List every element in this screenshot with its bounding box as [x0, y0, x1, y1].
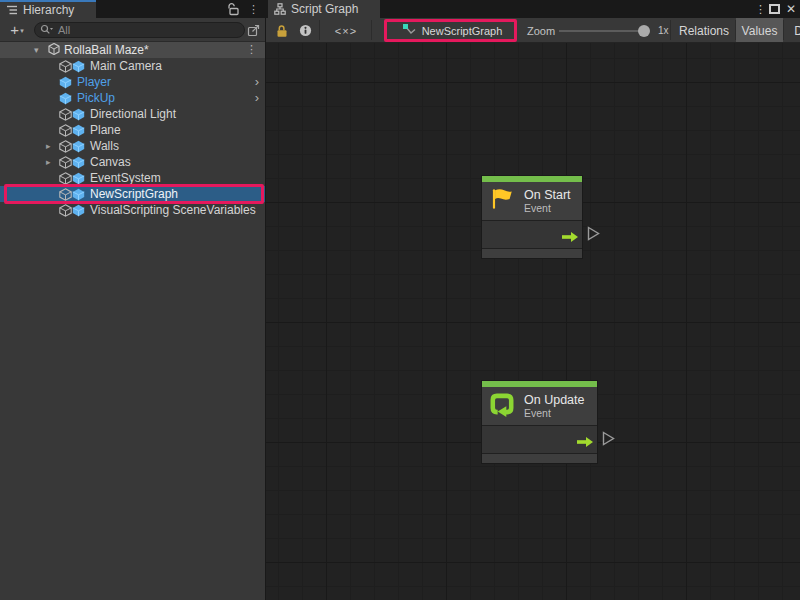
info-icon[interactable]: [294, 18, 316, 43]
gameobject-label: NewScriptGraph: [90, 187, 178, 201]
output-port-icon[interactable]: [602, 431, 615, 450]
tab-script-graph[interactable]: Script Graph: [268, 0, 380, 18]
hierarchy-panel: Hierarchy ⋮ + ▾ All: [0, 0, 266, 600]
variables-button[interactable]: <×>: [324, 18, 368, 43]
flag-icon: [489, 186, 515, 216]
hierarchy-row[interactable]: ▸ Walls ›: [0, 138, 265, 154]
search-icon: [40, 21, 53, 39]
lock-icon[interactable]: [270, 18, 292, 43]
graph-tab-icon: [274, 3, 286, 15]
gameobject-cube-icon: [59, 172, 85, 185]
dim-button[interactable]: Dim: [784, 18, 800, 43]
gameobject-label: Main Camera: [90, 59, 162, 73]
hierarchy-row[interactable]: ▸ VisualScripting SceneVariables ›: [0, 202, 265, 218]
gameobject-cube-icon: [59, 76, 72, 89]
hierarchy-toolbar: + ▾ All: [0, 18, 265, 42]
node-subtitle: Event: [524, 202, 571, 214]
tab-hierarchy[interactable]: Hierarchy: [0, 0, 96, 18]
create-object-button[interactable]: + ▾: [4, 20, 30, 39]
gameobject-cube-icon: [59, 60, 85, 73]
gameobject-label: EventSystem: [90, 171, 161, 185]
hierarchy-search-input[interactable]: All: [34, 22, 245, 38]
gameobject-cube-icon: [59, 156, 85, 169]
node-subtitle: Event: [524, 407, 584, 419]
hierarchy-icon: [6, 4, 18, 16]
zoom-label: Zoom: [527, 18, 555, 43]
hierarchy-row[interactable]: ▸ Main Camera ›: [0, 58, 265, 74]
gameobject-label: Plane: [90, 123, 121, 137]
flow-arrow-icon: [562, 229, 578, 247]
flow-arrow-icon: [577, 434, 593, 452]
scene-menu-icon[interactable]: ⋮: [246, 43, 257, 56]
graph-toolbar: <×> NewScriptGraph Zoom 1x Relations Val…: [266, 18, 800, 43]
gameobject-label: Canvas: [90, 155, 131, 169]
hierarchy-tab-bar: Hierarchy ⋮: [0, 0, 265, 18]
gameobject-cube-icon: [59, 188, 85, 201]
window-menu-icon[interactable]: ⋮: [755, 2, 766, 16]
open-search-window-icon[interactable]: [247, 23, 261, 41]
expand-arrow-icon[interactable]: ▸: [46, 141, 59, 151]
breadcrumb[interactable]: NewScriptGraph: [386, 18, 518, 43]
scene-header[interactable]: ▾ RollaBall Maze* ⋮: [0, 42, 265, 58]
script-graph-panel: Script Graph ⋮ ✕ <×>: [266, 0, 800, 600]
gameobject-label: Player: [77, 75, 111, 89]
breadcrumb-label: NewScriptGraph: [422, 25, 503, 37]
hierarchy-row[interactable]: ▸ Directional Light ›: [0, 106, 265, 122]
variables-glyph: <×>: [335, 25, 357, 37]
node-on-update[interactable]: On Update Event: [481, 380, 598, 464]
zoom-slider-handle[interactable]: [638, 25, 650, 37]
gameobject-label: Directional Light: [90, 107, 176, 121]
maximize-icon[interactable]: [769, 4, 780, 14]
values-button[interactable]: Values: [736, 18, 783, 43]
loop-icon: [489, 391, 515, 421]
gameobject-cube-icon: [59, 204, 85, 217]
unity-scene-icon: [48, 43, 60, 58]
hierarchy-row[interactable]: ▸ NewScriptGraph ›: [0, 186, 265, 202]
foldout-icon[interactable]: ▾: [34, 45, 44, 55]
tab-hierarchy-label: Hierarchy: [23, 3, 74, 17]
graph-asset-icon: [402, 23, 416, 38]
output-port-icon[interactable]: [587, 226, 600, 245]
relations-button[interactable]: Relations: [673, 18, 735, 43]
tab-script-graph-label: Script Graph: [291, 2, 358, 16]
gameobject-cube-icon: [59, 140, 85, 153]
caret-down-icon: ▾: [20, 27, 24, 35]
close-icon[interactable]: ✕: [786, 2, 796, 16]
gameobject-cube-icon: [59, 124, 85, 137]
node-on-start[interactable]: On Start Event: [481, 175, 583, 259]
gameobject-label: VisualScripting SceneVariables: [90, 203, 256, 217]
prefab-chevron-icon[interactable]: ›: [255, 90, 259, 105]
gameobject-cube-icon: [59, 108, 85, 121]
node-title: On Update: [524, 393, 584, 407]
graph-canvas[interactable]: On Start Event: [266, 43, 800, 600]
hierarchy-row[interactable]: ▸ Player ›: [0, 74, 265, 90]
hierarchy-row[interactable]: ▸ Plane ›: [0, 122, 265, 138]
node-title: On Start: [524, 188, 571, 202]
graph-tab-bar: Script Graph ⋮ ✕: [266, 0, 800, 18]
hierarchy-menu-icon[interactable]: ⋮: [248, 2, 259, 16]
prefab-chevron-icon[interactable]: ›: [255, 74, 259, 89]
gameobject-label: PickUp: [77, 91, 115, 105]
search-placeholder: All: [58, 24, 70, 36]
gameobject-cube-icon: [59, 92, 72, 105]
plus-icon: +: [10, 22, 19, 37]
hierarchy-row[interactable]: ▸ Canvas ›: [0, 154, 265, 170]
zoom-slider-track[interactable]: [559, 30, 649, 32]
hierarchy-tree: ▸ Main Camera › ▸ Player ›: [0, 58, 265, 218]
zoom-value: 1x: [658, 18, 669, 43]
hierarchy-row[interactable]: ▸ PickUp ›: [0, 90, 265, 106]
expand-arrow-icon[interactable]: ▸: [46, 157, 59, 167]
hierarchy-row[interactable]: ▸ EventSystem ›: [0, 170, 265, 186]
scene-name: RollaBall Maze*: [64, 43, 149, 57]
gameobject-label: Walls: [90, 139, 119, 153]
unlock-icon[interactable]: [227, 2, 240, 19]
